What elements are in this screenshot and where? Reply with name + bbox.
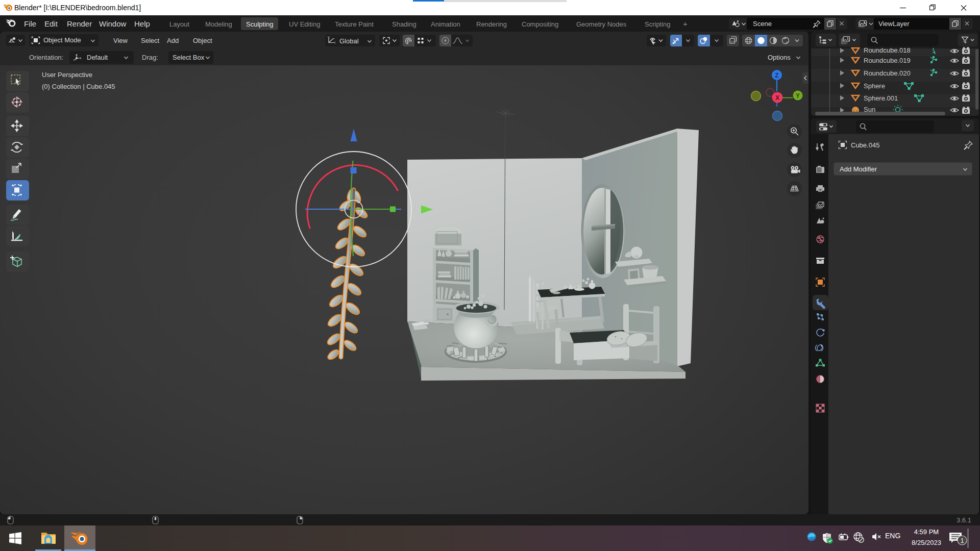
- svg-text:Sphere.001: Sphere.001: [864, 94, 898, 102]
- svg-text:Roundcube.018: Roundcube.018: [864, 46, 911, 54]
- svg-text:Roundcube.020: Roundcube.020: [864, 69, 911, 77]
- svg-text:Sphere: Sphere: [864, 82, 885, 90]
- svg-text:Roundcube.019: Roundcube.019: [864, 57, 911, 64]
- svg-text:1: 1: [961, 537, 964, 544]
